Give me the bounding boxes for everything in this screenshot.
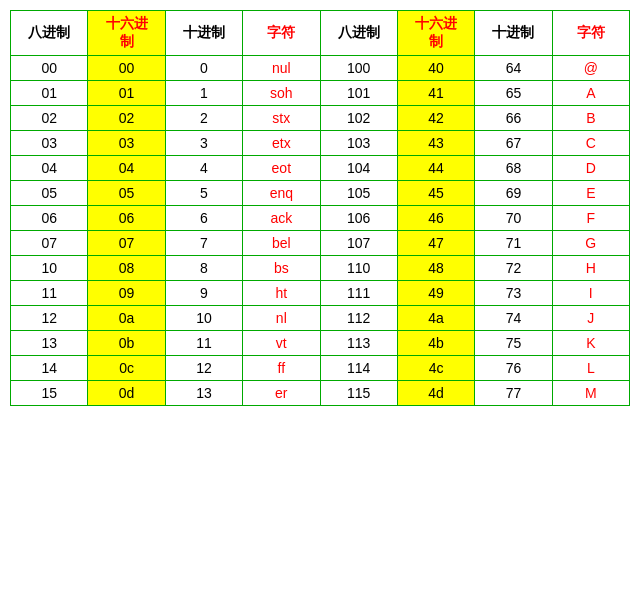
cell-row11-col4: 113 — [320, 331, 397, 356]
cell-row6-col2: 6 — [165, 206, 242, 231]
cell-row2-col2: 2 — [165, 106, 242, 131]
cell-row3-col1: 03 — [88, 131, 165, 156]
table-row: 150d13er1154d77M — [11, 381, 630, 406]
table-row: 05055enq1054569E — [11, 181, 630, 206]
cell-row12-col6: 76 — [475, 356, 552, 381]
table-row: 11099ht1114973I — [11, 281, 630, 306]
cell-row1-col2: 1 — [165, 81, 242, 106]
cell-row4-col7: D — [552, 156, 629, 181]
cell-row8-col7: H — [552, 256, 629, 281]
cell-row5-col4: 105 — [320, 181, 397, 206]
cell-row6-col3: ack — [243, 206, 320, 231]
table-row: 06066ack1064670F — [11, 206, 630, 231]
cell-row5-col1: 05 — [88, 181, 165, 206]
header-oct2: 八进制 — [320, 11, 397, 56]
cell-row10-col1: 0a — [88, 306, 165, 331]
table-row: 02022stx1024266B — [11, 106, 630, 131]
cell-row7-col4: 107 — [320, 231, 397, 256]
cell-row4-col5: 44 — [397, 156, 474, 181]
cell-row10-col5: 4a — [397, 306, 474, 331]
cell-row3-col0: 03 — [11, 131, 88, 156]
cell-row9-col0: 11 — [11, 281, 88, 306]
cell-row2-col5: 42 — [397, 106, 474, 131]
cell-row4-col3: eot — [243, 156, 320, 181]
table-row: 03033etx1034367C — [11, 131, 630, 156]
cell-row12-col7: L — [552, 356, 629, 381]
cell-row1-col7: A — [552, 81, 629, 106]
cell-row13-col2: 13 — [165, 381, 242, 406]
cell-row8-col3: bs — [243, 256, 320, 281]
cell-row11-col1: 0b — [88, 331, 165, 356]
cell-row1-col1: 01 — [88, 81, 165, 106]
cell-row4-col6: 68 — [475, 156, 552, 181]
cell-row8-col5: 48 — [397, 256, 474, 281]
cell-row13-col1: 0d — [88, 381, 165, 406]
cell-row11-col2: 11 — [165, 331, 242, 356]
cell-row11-col5: 4b — [397, 331, 474, 356]
cell-row8-col1: 08 — [88, 256, 165, 281]
cell-row6-col5: 46 — [397, 206, 474, 231]
cell-row11-col3: vt — [243, 331, 320, 356]
cell-row2-col3: stx — [243, 106, 320, 131]
cell-row2-col6: 66 — [475, 106, 552, 131]
cell-row10-col7: J — [552, 306, 629, 331]
cell-row10-col0: 12 — [11, 306, 88, 331]
cell-row0-col6: 64 — [475, 56, 552, 81]
cell-row1-col0: 01 — [11, 81, 88, 106]
cell-row2-col0: 02 — [11, 106, 88, 131]
cell-row11-col6: 75 — [475, 331, 552, 356]
cell-row9-col6: 73 — [475, 281, 552, 306]
cell-row4-col0: 04 — [11, 156, 88, 181]
cell-row2-col4: 102 — [320, 106, 397, 131]
cell-row13-col6: 77 — [475, 381, 552, 406]
cell-row7-col0: 07 — [11, 231, 88, 256]
cell-row0-col3: nul — [243, 56, 320, 81]
cell-row7-col5: 47 — [397, 231, 474, 256]
table-row: 140c12ff1144c76L — [11, 356, 630, 381]
table-row: 120a10nl1124a74J — [11, 306, 630, 331]
cell-row3-col6: 67 — [475, 131, 552, 156]
cell-row9-col2: 9 — [165, 281, 242, 306]
cell-row8-col0: 10 — [11, 256, 88, 281]
cell-row12-col2: 12 — [165, 356, 242, 381]
cell-row12-col3: ff — [243, 356, 320, 381]
ascii-table: 八进制 十六进制 十进制 字符 八进制 十六进制 十进制 字符 00000nul… — [10, 10, 630, 406]
cell-row3-col2: 3 — [165, 131, 242, 156]
cell-row1-col5: 41 — [397, 81, 474, 106]
cell-row11-col7: K — [552, 331, 629, 356]
header-dec2: 十进制 — [475, 11, 552, 56]
cell-row3-col4: 103 — [320, 131, 397, 156]
header-hex2: 十六进制 — [397, 11, 474, 56]
cell-row5-col2: 5 — [165, 181, 242, 206]
cell-row13-col3: er — [243, 381, 320, 406]
cell-row5-col0: 05 — [11, 181, 88, 206]
table-row: 07077bel1074771G — [11, 231, 630, 256]
cell-row4-col1: 04 — [88, 156, 165, 181]
cell-row6-col1: 06 — [88, 206, 165, 231]
cell-row9-col1: 09 — [88, 281, 165, 306]
cell-row1-col3: soh — [243, 81, 320, 106]
cell-row12-col1: 0c — [88, 356, 165, 381]
cell-row9-col3: ht — [243, 281, 320, 306]
cell-row3-col7: C — [552, 131, 629, 156]
header-char2: 字符 — [552, 11, 629, 56]
cell-row8-col6: 72 — [475, 256, 552, 281]
cell-row3-col3: etx — [243, 131, 320, 156]
cell-row0-col5: 40 — [397, 56, 474, 81]
cell-row9-col7: I — [552, 281, 629, 306]
cell-row12-col4: 114 — [320, 356, 397, 381]
cell-row10-col3: nl — [243, 306, 320, 331]
cell-row13-col0: 15 — [11, 381, 88, 406]
table-row: 04044eot1044468D — [11, 156, 630, 181]
cell-row12-col0: 14 — [11, 356, 88, 381]
cell-row13-col4: 115 — [320, 381, 397, 406]
cell-row2-col1: 02 — [88, 106, 165, 131]
cell-row7-col6: 71 — [475, 231, 552, 256]
table-row: 10088bs1104872H — [11, 256, 630, 281]
cell-row8-col2: 8 — [165, 256, 242, 281]
cell-row0-col7: @ — [552, 56, 629, 81]
header-hex1: 十六进制 — [88, 11, 165, 56]
cell-row6-col7: F — [552, 206, 629, 231]
cell-row1-col6: 65 — [475, 81, 552, 106]
cell-row10-col2: 10 — [165, 306, 242, 331]
